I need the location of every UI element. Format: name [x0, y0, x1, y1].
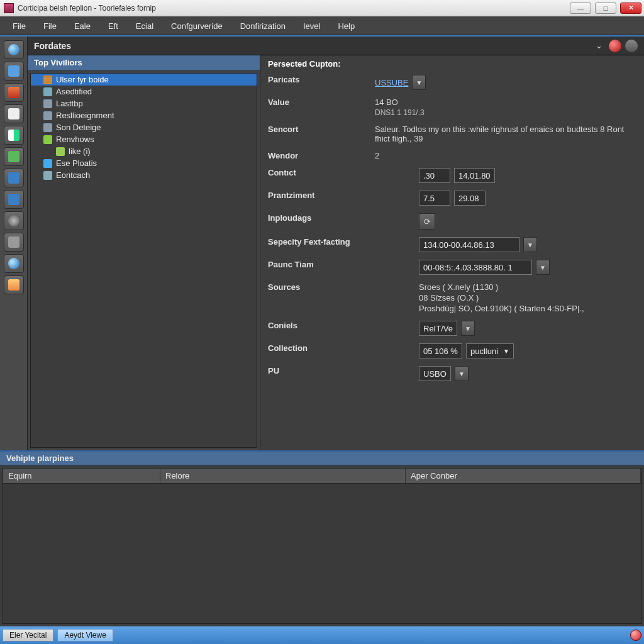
tree-item-3[interactable]: Resllioeignment: [31, 109, 257, 121]
collection-select[interactable]: puclluni▼: [466, 343, 514, 358]
sep-dropdown[interactable]: ▼: [523, 237, 537, 252]
prant-label: Prantziment: [268, 191, 375, 200]
status-indicator-icon[interactable]: [630, 630, 641, 641]
paunc-dropdown[interactable]: ▼: [536, 260, 550, 275]
tool-icon: [8, 65, 19, 77]
record-icon[interactable]: [609, 40, 621, 52]
close-button[interactable]: ✕: [620, 3, 641, 14]
tree-item-2[interactable]: Lasttbp: [31, 97, 257, 109]
tree-item-label: Ulser fyr boide: [56, 75, 109, 84]
maximize-button[interactable]: □: [595, 3, 616, 14]
tree-item-label: Son Deteige: [56, 123, 101, 132]
pu-label: PU: [268, 366, 375, 375]
tree-item-label: Resllioeignment: [56, 111, 114, 120]
collection-label: Collection: [268, 343, 375, 353]
menu-eft[interactable]: Eft: [99, 19, 127, 33]
paricats-dropdown[interactable]: ▼: [412, 75, 426, 90]
tool-button-4[interactable]: [4, 126, 24, 145]
settings-icon[interactable]: [625, 40, 638, 52]
grid-col-relore[interactable]: Relore: [160, 469, 406, 483]
menu-file[interactable]: File: [4, 19, 35, 33]
detail-header: Persected Cupton:: [268, 55, 636, 71]
prant-input-a[interactable]: 7.5: [419, 191, 450, 206]
contact-input-a[interactable]: .30: [419, 168, 450, 183]
tool-button-0[interactable]: [4, 40, 24, 59]
sep-input[interactable]: 134.00-00.44.86.13: [419, 237, 519, 252]
paunc-input[interactable]: 00-08:5:.4.03.3888.80. 1: [419, 260, 532, 275]
tree-item-0[interactable]: Ulser fyr boide: [31, 74, 257, 86]
menu-bar: File File Eale Eft Ecial Confgurveride D…: [0, 16, 644, 35]
tool-button-11[interactable]: [4, 275, 24, 294]
tool-icon: [8, 151, 19, 162]
tool-button-6[interactable]: [4, 169, 24, 187]
sources-line3: Proshdûg| SO, Oet.910K) ( Starlen 4:S0-F…: [419, 304, 584, 313]
paricats-link[interactable]: USSUBE: [375, 78, 408, 87]
status-tab-2[interactable]: Aeydt Viewe: [57, 629, 113, 641]
sencort-label: Sencort: [268, 125, 375, 134]
tree-item-5[interactable]: Renvhows: [31, 133, 257, 145]
grid-body[interactable]: [3, 484, 641, 624]
globe-up-icon: [8, 44, 19, 55]
tool-button-10[interactable]: [4, 254, 24, 273]
tree-item-icon: [56, 147, 65, 156]
tool-icon: [8, 236, 19, 248]
detail-pane: Persected Cupton: Paricats USSUBE ▼ Valu…: [260, 55, 644, 450]
tool-button-5[interactable]: [4, 147, 24, 166]
tree-item-6[interactable]: like (i): [31, 145, 257, 157]
main-panel-header: Fordates ⌄: [28, 36, 644, 55]
pu-input[interactable]: USBO: [419, 366, 451, 381]
minimize-button[interactable]: —: [570, 3, 591, 14]
collection-input-a[interactable]: 05 106 %: [419, 343, 462, 358]
tool-button-3[interactable]: [4, 104, 24, 123]
tree-item-icon: [43, 171, 52, 180]
tree-item-icon: [43, 135, 52, 144]
tree-item-4[interactable]: Son Deteige: [31, 121, 257, 133]
value-label: Value: [268, 97, 375, 107]
tree-item-icon: [43, 87, 52, 96]
grid-col-aperconber[interactable]: Aper Conber: [406, 469, 641, 483]
pu-dropdown[interactable]: ▼: [455, 366, 469, 381]
menu-eale[interactable]: Eale: [65, 19, 99, 33]
tool-button-1[interactable]: [4, 62, 24, 80]
tool-strip: [0, 36, 28, 450]
tree-item-icon: [43, 123, 52, 132]
collapse-button[interactable]: ⌄: [592, 40, 605, 52]
sencort-text: Saleur. Todlos my on this :while righrus…: [375, 125, 636, 143]
menu-confgurveride[interactable]: Confgurveride: [162, 19, 231, 33]
prant-input-b[interactable]: 29.08: [454, 191, 486, 206]
tool-icon: [8, 87, 19, 98]
bottom-panel: Vehiple plarpines Equirn Relore Aper Con…: [0, 450, 644, 626]
grid-col-equirn[interactable]: Equirn: [3, 469, 160, 483]
coniels-label: Coniels: [268, 321, 375, 330]
tree-item-label: Eontcach: [56, 170, 90, 180]
status-tab-1[interactable]: Eler Yecital: [3, 629, 53, 641]
tool-button-7[interactable]: [4, 190, 24, 209]
menu-donfirization[interactable]: Donfirization: [231, 19, 294, 33]
tree-item-7[interactable]: Ese Ploatis: [31, 157, 257, 169]
menu-help[interactable]: Help: [329, 19, 364, 33]
coniels-dropdown[interactable]: ▼: [461, 321, 475, 336]
tree-item-icon: [43, 159, 52, 168]
tree-item-label: Ese Ploatis: [56, 158, 97, 168]
user-icon: [8, 279, 19, 291]
menu-file2[interactable]: File: [35, 19, 65, 33]
menu-ievel[interactable]: Ievel: [294, 19, 329, 33]
inploud-button[interactable]: ⟳: [419, 213, 435, 230]
tree-item-label: like (i): [69, 147, 91, 156]
contact-input-b[interactable]: 14,01.80: [454, 168, 495, 183]
coniels-input[interactable]: ReIT/Ve: [419, 321, 457, 336]
bottom-panel-title: Vehiple plarpines: [0, 452, 644, 465]
sources-label: Sources: [268, 282, 375, 292]
tree-item-8[interactable]: Eontcach: [31, 169, 257, 181]
tree-title: Top Viviliors: [28, 55, 260, 70]
tree-body[interactable]: Ulser fyr boideAsedtifiedLasttbpResllioe…: [30, 73, 257, 448]
tree-item-label: Asedtified: [56, 87, 92, 96]
paricats-label: Paricats: [268, 75, 375, 84]
tree-item-1[interactable]: Asedtified: [31, 86, 257, 97]
window-titlebar: Corticipa belsh feplion - Toorlefales fo…: [0, 0, 644, 16]
tool-button-8[interactable]: [4, 211, 24, 230]
tool-button-2[interactable]: [4, 83, 24, 102]
menu-ecial[interactable]: Ecial: [127, 19, 162, 33]
tool-button-9[interactable]: [4, 233, 24, 252]
gear-icon: [8, 215, 19, 226]
